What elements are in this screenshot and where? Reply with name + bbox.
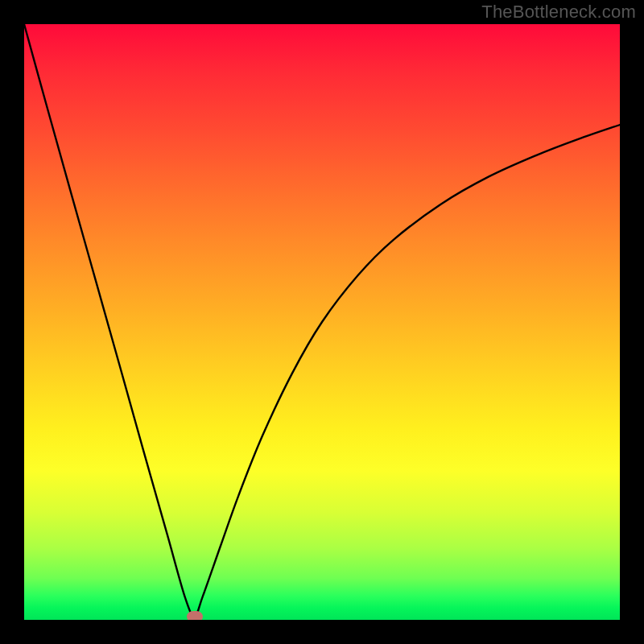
curve-layer [24, 24, 620, 620]
plot-area [24, 24, 620, 620]
bottleneck-curve [24, 24, 620, 617]
minimum-marker [187, 611, 203, 620]
watermark-label: TheBottleneck.com [481, 2, 636, 23]
chart-frame: TheBottleneck.com [0, 0, 644, 644]
